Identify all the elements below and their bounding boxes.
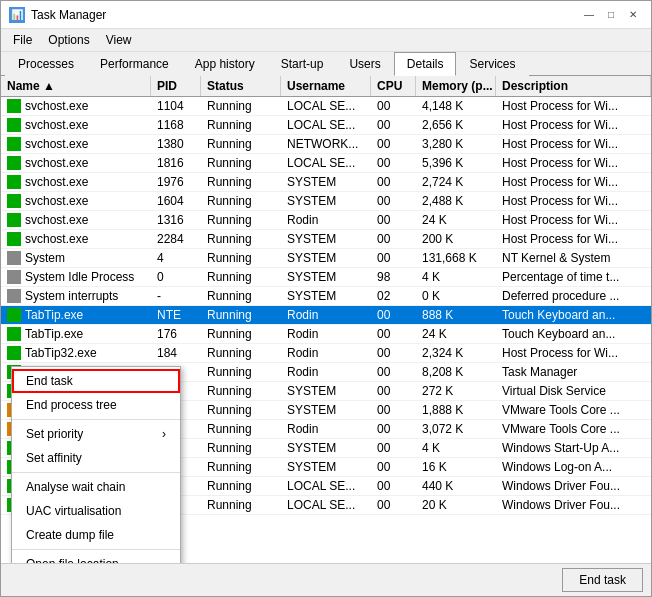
- cell-pid: 1976: [151, 173, 201, 191]
- tab-processes[interactable]: Processes: [5, 52, 87, 76]
- cell-cpu: 00: [371, 439, 416, 457]
- cell-memory: 1,888 K: [416, 401, 496, 419]
- cell-username: Rodin: [281, 344, 371, 362]
- cell-name: TabTip.exe: [1, 306, 151, 324]
- cell-status: Running: [201, 420, 281, 438]
- cell-description: Host Process for Wi...: [496, 192, 651, 210]
- table-row[interactable]: svchost.exe 1168 Running LOCAL SE... 00 …: [1, 116, 651, 135]
- cell-name: svchost.exe: [1, 192, 151, 210]
- window-controls: — □ ✕: [579, 6, 643, 24]
- table-row[interactable]: System Idle Process 0 Running SYSTEM 98 …: [1, 268, 651, 287]
- ctx-set-affinity[interactable]: Set affinity: [12, 446, 180, 470]
- tab-details[interactable]: Details: [394, 52, 457, 76]
- cell-username: Rodin: [281, 420, 371, 438]
- tab-app-history[interactable]: App history: [182, 52, 268, 76]
- menu-file[interactable]: File: [5, 31, 40, 49]
- cell-description: Host Process for Wi...: [496, 154, 651, 172]
- col-memory[interactable]: Memory (p...: [416, 76, 496, 96]
- tab-startup[interactable]: Start-up: [268, 52, 337, 76]
- cell-name: svchost.exe: [1, 230, 151, 248]
- process-icon: [7, 213, 21, 227]
- cell-name: svchost.exe: [1, 135, 151, 153]
- cell-memory: 272 K: [416, 382, 496, 400]
- table-row[interactable]: svchost.exe 1816 Running LOCAL SE... 00 …: [1, 154, 651, 173]
- ctx-analyse-wait-chain[interactable]: Analyse wait chain: [12, 475, 180, 499]
- cell-username: Rodin: [281, 306, 371, 324]
- cell-memory: 0 K: [416, 287, 496, 305]
- cell-name: svchost.exe: [1, 116, 151, 134]
- cell-status: Running: [201, 477, 281, 495]
- cell-status: Running: [201, 382, 281, 400]
- minimize-button[interactable]: —: [579, 6, 599, 24]
- maximize-button[interactable]: □: [601, 6, 621, 24]
- cell-memory: 2,324 K: [416, 344, 496, 362]
- cell-description: Windows Driver Fou...: [496, 477, 651, 495]
- table-row[interactable]: svchost.exe 2284 Running SYSTEM 00 200 K…: [1, 230, 651, 249]
- col-pid[interactable]: PID: [151, 76, 201, 96]
- col-username[interactable]: Username: [281, 76, 371, 96]
- cell-username: LOCAL SE...: [281, 477, 371, 495]
- ctx-create-dump-file[interactable]: Create dump file: [12, 523, 180, 547]
- cell-cpu: 00: [371, 401, 416, 419]
- cell-memory: 2,656 K: [416, 116, 496, 134]
- table-row[interactable]: TabTip32.exe 184 Running Rodin 00 2,324 …: [1, 344, 651, 363]
- col-cpu[interactable]: CPU: [371, 76, 416, 96]
- cell-name: System interrupts: [1, 287, 151, 305]
- table-row[interactable]: TabTip.exe NTE Running Rodin 00 888 K To…: [1, 306, 651, 325]
- cell-pid: NTE: [151, 306, 201, 324]
- ctx-end-task[interactable]: End task: [12, 369, 180, 393]
- col-name[interactable]: Name ▲: [1, 76, 151, 96]
- tab-users[interactable]: Users: [336, 52, 393, 76]
- col-status[interactable]: Status: [201, 76, 281, 96]
- table-row[interactable]: svchost.exe 1976 Running SYSTEM 00 2,724…: [1, 173, 651, 192]
- cell-status: Running: [201, 325, 281, 343]
- cell-memory: 2,724 K: [416, 173, 496, 191]
- cell-cpu: 00: [371, 363, 416, 381]
- close-button[interactable]: ✕: [623, 6, 643, 24]
- cell-memory: 2,488 K: [416, 192, 496, 210]
- cell-status: Running: [201, 135, 281, 153]
- cell-name: svchost.exe: [1, 211, 151, 229]
- col-description[interactable]: Description: [496, 76, 651, 96]
- cell-username: SYSTEM: [281, 173, 371, 191]
- table-row[interactable]: svchost.exe 1104 Running LOCAL SE... 00 …: [1, 97, 651, 116]
- end-task-button[interactable]: End task: [562, 568, 643, 592]
- table-row[interactable]: svchost.exe 1604 Running SYSTEM 00 2,488…: [1, 192, 651, 211]
- cell-cpu: 00: [371, 230, 416, 248]
- table-row[interactable]: TabTip.exe 176 Running Rodin 00 24 K Tou…: [1, 325, 651, 344]
- cell-username: LOCAL SE...: [281, 154, 371, 172]
- cell-description: Windows Log-on A...: [496, 458, 651, 476]
- cell-name: System: [1, 249, 151, 267]
- cell-cpu: 00: [371, 344, 416, 362]
- cell-pid: 1380: [151, 135, 201, 153]
- menu-view[interactable]: View: [98, 31, 140, 49]
- table-row[interactable]: System 4 Running SYSTEM 00 131,668 K NT …: [1, 249, 651, 268]
- cell-status: Running: [201, 458, 281, 476]
- table-row[interactable]: svchost.exe 1316 Running Rodin 00 24 K H…: [1, 211, 651, 230]
- ctx-set-priority[interactable]: Set priority›: [12, 422, 180, 446]
- menu-options[interactable]: Options: [40, 31, 97, 49]
- cell-memory: 20 K: [416, 496, 496, 514]
- cell-cpu: 00: [371, 211, 416, 229]
- cell-memory: 8,208 K: [416, 363, 496, 381]
- cell-description: Host Process for Wi...: [496, 97, 651, 115]
- cell-status: Running: [201, 306, 281, 324]
- process-icon: [7, 232, 21, 246]
- cell-username: LOCAL SE...: [281, 116, 371, 134]
- cell-status: Running: [201, 344, 281, 362]
- table-row[interactable]: svchost.exe 1380 Running NETWORK... 00 3…: [1, 135, 651, 154]
- cell-memory: 24 K: [416, 325, 496, 343]
- ctx-end-process-tree[interactable]: End process tree: [12, 393, 180, 417]
- cell-description: Percentage of time t...: [496, 268, 651, 286]
- cell-status: Running: [201, 268, 281, 286]
- process-icon: [7, 175, 21, 189]
- ctx-uac-virtualisation[interactable]: UAC virtualisation: [12, 499, 180, 523]
- ctx-open-file-location[interactable]: Open file location: [12, 552, 180, 563]
- tab-services[interactable]: Services: [456, 52, 528, 76]
- cell-username: Rodin: [281, 211, 371, 229]
- cell-username: SYSTEM: [281, 249, 371, 267]
- table-row[interactable]: System interrupts - Running SYSTEM 02 0 …: [1, 287, 651, 306]
- cell-status: Running: [201, 230, 281, 248]
- cell-name: svchost.exe: [1, 97, 151, 115]
- tab-performance[interactable]: Performance: [87, 52, 182, 76]
